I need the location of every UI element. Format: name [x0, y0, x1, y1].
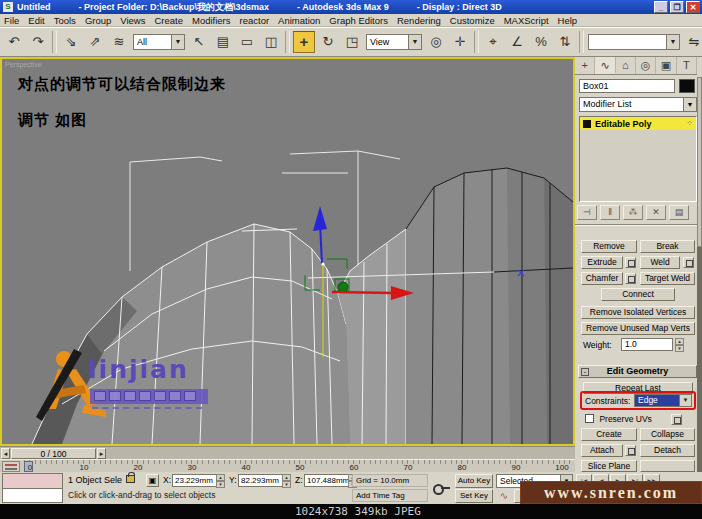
mirror-icon[interactable]: ⇋: [683, 31, 702, 53]
menu-help[interactable]: Help: [558, 15, 578, 26]
selection-filter-dropdown[interactable]: All ▼: [133, 34, 185, 50]
remove-isolated-vertices-button[interactable]: Remove Isolated Vertices: [581, 306, 695, 319]
preserve-uvs-checkbox[interactable]: [585, 414, 594, 423]
dropdown-arrow-icon[interactable]: ▼: [683, 98, 696, 111]
track-bar[interactable]: 0 10 20 30 40 50 60 70 80 90 100: [0, 459, 575, 472]
slice-plane-button[interactable]: Slice Plane: [581, 460, 637, 472]
menu-tools[interactable]: Tools: [54, 15, 76, 26]
menu-graph-editors[interactable]: Graph Editors: [329, 15, 388, 26]
hierarchy-tab-icon[interactable]: ⌂: [616, 57, 636, 74]
extrude-button[interactable]: Extrude: [581, 256, 623, 269]
listener-field[interactable]: [2, 488, 63, 503]
modifier-list-dropdown[interactable]: Modifier List ▼: [579, 97, 697, 112]
menu-edit[interactable]: Edit: [28, 15, 44, 26]
spinner-snap-icon[interactable]: ⇅: [554, 31, 576, 53]
create-button[interactable]: Create: [581, 428, 637, 441]
break-button[interactable]: Break: [640, 240, 695, 253]
object-color-swatch[interactable]: [679, 79, 695, 93]
connect-button[interactable]: Connect: [601, 288, 675, 301]
stack-expand-icon[interactable]: ⁘: [686, 119, 693, 128]
pin-stack-icon[interactable]: ⊣: [577, 205, 597, 220]
percent-snap-icon[interactable]: %: [530, 31, 552, 53]
make-unique-icon[interactable]: ⁂: [623, 205, 643, 220]
menu-maxscript[interactable]: MAXScript: [504, 15, 549, 26]
select-object-icon[interactable]: ↖: [188, 31, 210, 53]
remove-modifier-icon[interactable]: ✕: [646, 205, 666, 220]
named-selection-sets-dropdown[interactable]: ▼: [588, 34, 680, 50]
select-manipulate-icon[interactable]: ✛: [449, 31, 471, 53]
minimize-button[interactable]: _: [654, 1, 668, 13]
scrollbar-thumb[interactable]: [697, 77, 702, 247]
menu-group[interactable]: Group: [85, 15, 111, 26]
edit-geometry-rollout-header[interactable]: - Edit Geometry: [578, 365, 697, 378]
unlink-icon[interactable]: ⇗: [84, 31, 106, 53]
rect-selection-region-icon[interactable]: ▭: [236, 31, 258, 53]
stack-item-editable-poly[interactable]: Editable Poly ⁘: [580, 117, 696, 130]
weld-button[interactable]: Weld: [640, 256, 680, 269]
select-rotate-icon[interactable]: ↻: [317, 31, 339, 53]
attach-settings-icon[interactable]: [625, 445, 636, 456]
preserve-uvs-settings-icon[interactable]: [671, 414, 682, 425]
menu-create[interactable]: Create: [154, 15, 183, 26]
target-weld-button[interactable]: Target Weld: [640, 272, 695, 285]
dropdown-arrow-icon[interactable]: ▼: [666, 35, 679, 49]
auto-key-button[interactable]: Auto Key: [455, 474, 493, 488]
panel-scrollbar[interactable]: [697, 77, 702, 472]
detach-button[interactable]: Detach: [640, 444, 695, 457]
configure-modifier-sets-icon[interactable]: ▤: [669, 205, 689, 220]
select-move-icon[interactable]: +: [293, 31, 315, 53]
menu-animation[interactable]: Animation: [278, 15, 320, 26]
collapse-rollout-icon[interactable]: -: [581, 368, 589, 376]
motion-tab-icon[interactable]: ◎: [636, 57, 656, 74]
dropdown-arrow-icon[interactable]: ▼: [171, 35, 184, 49]
weight-field[interactable]: 1.0: [621, 338, 673, 351]
snaps-toggle-icon[interactable]: ⌖: [482, 31, 504, 53]
use-center-icon[interactable]: ◎: [425, 31, 447, 53]
extrude-settings-icon[interactable]: [625, 257, 636, 268]
utilities-tab-icon[interactable]: T: [677, 57, 697, 74]
reference-coordinate-dropdown[interactable]: View ▼: [366, 34, 422, 50]
menu-modifiers[interactable]: Modifiers: [192, 15, 231, 26]
mini-listener-icon[interactable]: [2, 461, 20, 472]
viewport-label[interactable]: Perspective: [5, 61, 42, 68]
menu-views[interactable]: Views: [120, 15, 145, 26]
restore-button[interactable]: ❐: [670, 1, 684, 13]
weld-settings-icon[interactable]: [683, 257, 694, 268]
x-spinner[interactable]: ▴▾: [216, 474, 225, 487]
next-frame-arrow-icon[interactable]: ▸: [97, 448, 106, 459]
menu-reactor[interactable]: reactor: [240, 15, 270, 26]
display-tab-icon[interactable]: ▣: [656, 57, 676, 74]
macro-recorder-field[interactable]: [2, 473, 63, 488]
create-tab-icon[interactable]: +: [575, 57, 595, 74]
time-slider[interactable]: ◂ 0 / 100 ▸: [0, 446, 575, 459]
menu-file[interactable]: File: [4, 15, 19, 26]
window-crossing-icon[interactable]: ◫: [260, 31, 282, 53]
bind-spacewarp-icon[interactable]: ≋: [108, 31, 130, 53]
menu-rendering[interactable]: Rendering: [397, 15, 441, 26]
time-slider-handle[interactable]: 0 / 100: [11, 448, 96, 459]
redo-icon[interactable]: ↷: [27, 31, 49, 53]
set-key-button[interactable]: Set Key: [455, 489, 493, 503]
close-button[interactable]: ✕: [686, 1, 700, 13]
dropdown-arrow-icon[interactable]: ▼: [408, 35, 421, 49]
chamfer-settings-icon[interactable]: [625, 273, 636, 284]
select-link-icon[interactable]: ⇘: [60, 31, 82, 53]
perspective-viewport[interactable]: Perspective 对点的调节可以结合限制边来 调节 如图: [0, 57, 575, 446]
weight-spinner[interactable]: ▴▾: [675, 338, 684, 351]
constraints-dropdown[interactable]: Edge ▼: [634, 394, 692, 407]
attach-button[interactable]: Attach: [581, 444, 623, 457]
remove-unused-map-verts-button[interactable]: Remove Unused Map Verts: [581, 322, 695, 335]
object-name-field[interactable]: Box01: [579, 79, 675, 93]
prev-frame-arrow-icon[interactable]: ◂: [1, 448, 10, 459]
modifier-stack[interactable]: Editable Poly ⁘: [579, 116, 697, 202]
default-in-out-tangents-icon[interactable]: ∿: [497, 490, 511, 503]
undo-icon[interactable]: ↶: [3, 31, 25, 53]
selection-lock-icon[interactable]: [126, 475, 135, 483]
add-time-tag[interactable]: Add Time Tag: [352, 489, 428, 502]
menu-customize[interactable]: Customize: [450, 15, 495, 26]
dropdown-arrow-icon[interactable]: ▼: [679, 395, 691, 406]
remove-button[interactable]: Remove: [581, 240, 637, 253]
select-scale-icon[interactable]: ◳: [341, 31, 363, 53]
collapse-button[interactable]: Collapse: [640, 428, 695, 441]
slice-plane-partial-button[interactable]: [640, 460, 695, 472]
